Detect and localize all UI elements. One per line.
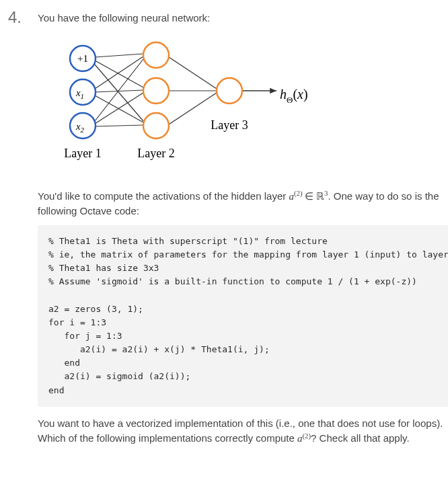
svg-line-0: [95, 54, 143, 57]
final-a: a: [297, 433, 303, 444]
svg-line-1: [95, 61, 143, 87]
question-number: 4.: [8, 8, 27, 28]
desc-in: ∈: [302, 191, 316, 202]
layer1-label: Layer 1: [64, 147, 101, 160]
svg-point-16: [143, 78, 169, 104]
svg-line-5: [95, 95, 143, 122]
svg-point-15: [143, 42, 169, 68]
final-a-sup: (2): [303, 432, 311, 440]
svg-point-17: [143, 113, 169, 138]
layer3-node: [217, 78, 242, 104]
svg-line-9: [169, 57, 217, 89]
question-body: You have the following neural network:: [38, 8, 448, 446]
desc-a-sup: (2): [294, 189, 303, 197]
svg-point-18: [217, 78, 242, 104]
question-row: 4. You have the following neural network…: [8, 8, 432, 446]
svg-line-7: [95, 93, 143, 124]
desc-pre: You'd like to compute the activations of…: [38, 190, 289, 202]
neural-network-diagram: +1 x1 x2 hΘ(x): [52, 35, 448, 173]
final-post: ? Check all that apply.: [311, 432, 409, 444]
layer2-label: Layer 2: [137, 147, 174, 160]
question-prompt: You have the following neural network:: [38, 11, 448, 26]
layer3-label: Layer 3: [211, 118, 248, 132]
svg-line-11: [169, 93, 217, 124]
bias-label: +1: [77, 53, 88, 64]
svg-line-8: [95, 125, 143, 126]
final-question: You want to have a vectorized implementa…: [38, 416, 448, 447]
layer1-nodes: +1 x1 x2: [70, 46, 96, 138]
edges-l2-l3: [169, 57, 217, 124]
desc-R: ℝ: [316, 191, 324, 202]
code-block: % Theta1 is Theta with superscript "(1)"…: [38, 225, 448, 407]
nn-svg: +1 x1 x2 hΘ(x): [52, 35, 315, 169]
desc-R-sup: 3: [324, 189, 328, 197]
edges-l1-l2: [95, 54, 143, 126]
h-theta-label: hΘ(x): [280, 87, 308, 105]
description-text: You'd like to compute the activations of…: [38, 188, 448, 219]
question-page: 4. You have the following neural network…: [0, 0, 448, 478]
desc-a: a: [289, 191, 294, 202]
layer2-nodes: [143, 42, 169, 138]
